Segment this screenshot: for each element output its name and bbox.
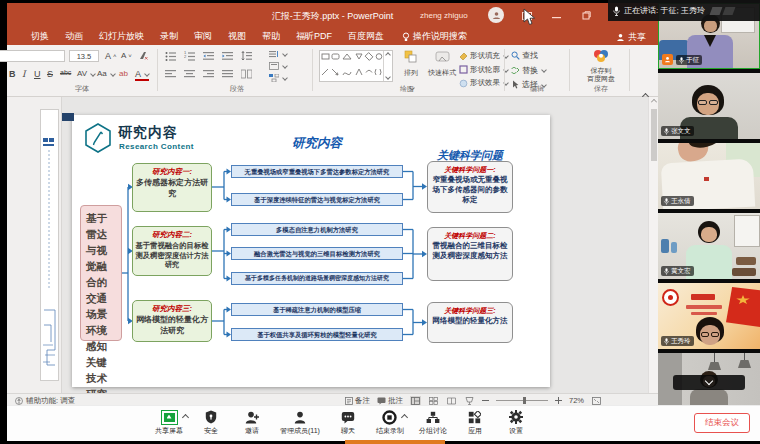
manage-members-button[interactable]: 管理成员(11) (280, 409, 320, 436)
shape-fill-button[interactable]: 形状填充 (459, 51, 508, 61)
normal-view-button[interactable] (410, 396, 421, 405)
video-tile[interactable]: 黄文宏 (658, 213, 760, 279)
breakout-rooms-button[interactable]: 分组讨论 (419, 409, 447, 436)
font-name-combobox[interactable] (0, 50, 65, 62)
reading-view-button[interactable] (446, 396, 457, 405)
slideshow-view-button[interactable] (464, 396, 475, 405)
restore-button[interactable] (580, 9, 593, 22)
slide-thumbnail[interactable] (40, 109, 59, 381)
accessibility-icon (15, 397, 23, 405)
microphone-icon (613, 6, 620, 16)
line-spacing-button[interactable] (241, 51, 252, 61)
font-size-combobox[interactable]: 13.5 (69, 50, 99, 62)
strikethrough-button[interactable]: S (47, 69, 53, 79)
tab-animations[interactable]: 动画 (57, 28, 91, 45)
text-direction-button[interactable] (269, 50, 287, 58)
save-group-label: 保存 (577, 84, 625, 94)
align-text-button[interactable] (269, 62, 287, 70)
scroll-up-arrow[interactable] (651, 99, 657, 105)
increase-indent-button[interactable] (222, 51, 233, 61)
font-color-button[interactable]: A (135, 69, 149, 81)
tell-me-search[interactable]: 操作说明搜索 (402, 30, 467, 43)
smartart-button[interactable] (269, 74, 287, 82)
video-tile[interactable]: 王秀玲 (658, 283, 760, 349)
zoom-level[interactable]: 72% (569, 396, 584, 405)
shape-outline-button[interactable]: 形状轮廓 (459, 65, 508, 75)
avatar[interactable] (488, 7, 504, 23)
zoom-slider-thumb[interactable] (523, 397, 526, 404)
account-name[interactable]: zheng zhiguo (420, 11, 468, 20)
tab-foxit-pdf[interactable]: 福昕PDF (288, 28, 340, 45)
char-spacing-button[interactable]: AV (77, 69, 95, 78)
numbering-button[interactable]: 12 (184, 51, 195, 61)
tab-review[interactable]: 审阅 (186, 28, 220, 45)
drawing-group-label: 绘图 (372, 84, 442, 94)
bullets-button[interactable] (165, 51, 176, 61)
video-tile[interactable]: 张文文 (658, 73, 760, 139)
bold-button[interactable]: B (9, 69, 16, 79)
tab-slideshow[interactable]: 幻灯片放映 (91, 28, 152, 45)
shrink-font-button[interactable]: A˅ (121, 51, 132, 60)
security-button[interactable]: 安全 (198, 409, 224, 436)
save-to-baidu-button[interactable]: 保存到 百度网盘 (577, 49, 625, 83)
meeting-toolbar: 共享屏幕 安全 邀请 管理成员(11) 聊天 (7, 405, 760, 441)
tab-baidu-netdisk[interactable]: 百度网盘 (340, 28, 392, 45)
stop-record-button[interactable]: 结束录制 (376, 409, 404, 436)
underline-button[interactable]: U (34, 69, 41, 79)
settings-button[interactable]: 设置 (503, 409, 529, 436)
slide-canvas[interactable]: 研究内容 Research Content 研究内容 关键科学问题 基于雷达与视… (72, 115, 550, 387)
zoom-slider[interactable] (496, 396, 548, 405)
end-meeting-button[interactable]: 结束会议 (694, 413, 750, 433)
tab-help[interactable]: 帮助 (254, 28, 288, 45)
tab-view[interactable]: 视图 (220, 28, 254, 45)
share-screen-button[interactable]: 共享屏幕 (155, 409, 183, 436)
pendant-lamp (738, 360, 751, 368)
shadow-button[interactable]: abc (60, 69, 71, 76)
participant-nametag: 于征 (676, 55, 702, 65)
invite-button[interactable]: 邀请 (239, 409, 265, 436)
participant-face (701, 227, 717, 242)
align-left-button[interactable] (165, 69, 176, 79)
notes-button[interactable]: 备注 (345, 396, 370, 406)
italic-button[interactable]: I (22, 69, 26, 79)
shapes-gallery-scroll[interactable] (383, 51, 392, 81)
shapes-gallery[interactable] (319, 50, 393, 82)
align-right-button[interactable] (203, 69, 214, 79)
video-tile[interactable] (658, 353, 760, 405)
slide-sorter-view-button[interactable] (428, 396, 439, 405)
tab-transitions[interactable]: 切换 (23, 28, 57, 45)
change-case-button[interactable]: Aa (97, 69, 115, 78)
minimize-button[interactable] (550, 9, 563, 22)
share-button[interactable]: 共享 (616, 31, 646, 44)
highlight-button[interactable]: ab (119, 69, 128, 78)
video-tile[interactable]: 王永倩 (658, 143, 760, 209)
share-person-icon (616, 33, 625, 42)
decrease-indent-button[interactable] (203, 51, 214, 61)
clear-formatting-button[interactable] (139, 51, 148, 60)
mic-icon (664, 198, 669, 205)
comments-button[interactable]: 批注 (377, 396, 403, 406)
replace-button[interactable]: 替换 (511, 65, 546, 76)
justify-button[interactable] (222, 69, 233, 79)
quick-styles-button[interactable]: 快速样式 (427, 50, 457, 78)
fit-to-window-button[interactable] (591, 396, 602, 405)
shape-effects-button[interactable]: 形状效果 (459, 78, 508, 88)
gear-icon (509, 410, 523, 424)
zoom-in-button[interactable] (555, 397, 562, 404)
titlebar: 汇报-王秀玲.pptx - PowerPoint zheng zhiguo (7, 3, 658, 28)
columns-button[interactable] (241, 69, 252, 79)
collapse-panel-button[interactable] (673, 375, 745, 390)
find-button[interactable]: 查找 (511, 50, 546, 61)
tab-record[interactable]: 录制 (152, 28, 186, 45)
zoom-out-button[interactable] (482, 397, 489, 404)
chat-button[interactable]: 聊天 (335, 409, 361, 436)
mouse-cursor (520, 8, 536, 28)
magnifier-icon (511, 51, 520, 60)
key-problem-3-box: 关键科学问题三: 网络模型的轻量化方法 (427, 302, 513, 343)
scrollbar-thumb[interactable] (651, 109, 657, 161)
slide-thumbnail-panel[interactable] (7, 97, 62, 393)
apps-button[interactable]: 应用 (462, 409, 488, 436)
grow-font-button[interactable]: A˄ (105, 51, 117, 61)
align-center-button[interactable] (184, 69, 195, 79)
vertical-scrollbar[interactable] (648, 97, 658, 393)
